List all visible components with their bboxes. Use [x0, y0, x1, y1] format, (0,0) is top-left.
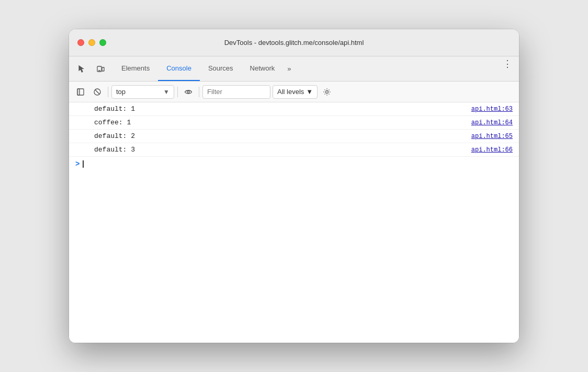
divider2: [177, 87, 178, 97]
console-prompt: >: [75, 160, 80, 168]
log-text: coffee: 1: [94, 119, 461, 126]
device-toolbar-button[interactable]: [92, 61, 109, 77]
svg-rect-1: [102, 67, 104, 71]
gear-icon: [323, 88, 331, 96]
maximize-button[interactable]: [99, 39, 106, 46]
log-level-selector[interactable]: All levels ▼: [273, 85, 318, 99]
tab-console[interactable]: Console: [158, 56, 200, 81]
clear-icon: [93, 88, 101, 96]
window-title: DevTools - devtools.glitch.me/console/ap…: [224, 39, 364, 47]
divider: [108, 87, 108, 97]
divider3: [199, 87, 199, 97]
live-expressions-button[interactable]: [181, 85, 196, 99]
console-cursor: [83, 160, 84, 168]
device-icon: [96, 65, 105, 73]
cursor-icon: [77, 65, 86, 73]
tab-elements[interactable]: Elements: [113, 56, 158, 81]
console-settings-button[interactable]: [320, 85, 334, 99]
devtools-tabs-bar: Elements Console Sources Network » ⋮: [69, 56, 519, 82]
svg-point-8: [326, 90, 329, 93]
eye-icon: [184, 88, 193, 96]
log-text: default: 2: [94, 132, 461, 140]
table-row: coffee: 1 api.html:64: [69, 116, 519, 130]
svg-line-6: [95, 90, 99, 94]
log-source-link[interactable]: api.html:65: [471, 133, 513, 140]
filter-input[interactable]: [202, 85, 270, 99]
tabs-container: Elements Console Sources Network »: [113, 56, 296, 81]
show-drawer-button[interactable]: [73, 85, 88, 99]
devtools-window: DevTools - devtools.glitch.me/console/ap…: [69, 29, 519, 343]
minimize-button[interactable]: [88, 39, 95, 46]
log-text: default: 1: [94, 105, 461, 113]
context-selector[interactable]: top ▼: [111, 85, 174, 99]
svg-point-7: [187, 91, 189, 93]
svg-rect-4: [77, 89, 80, 95]
console-input-row[interactable]: >: [69, 157, 519, 171]
console-output: default: 1 api.html:63 coffee: 1 api.htm…: [69, 102, 519, 343]
table-row: default: 3 api.html:66: [69, 143, 519, 157]
toolbar-icons: [73, 56, 109, 81]
devtools-menu-button[interactable]: ⋮: [500, 56, 515, 71]
table-row: default: 1 api.html:63: [69, 102, 519, 116]
console-toolbar: top ▼ All levels ▼: [69, 82, 519, 102]
table-row: default: 2 api.html:65: [69, 130, 519, 143]
log-source-link[interactable]: api.html:63: [471, 106, 513, 113]
sidebar-icon: [76, 88, 85, 96]
inspect-element-button[interactable]: [73, 61, 90, 77]
log-text: default: 3: [94, 146, 461, 154]
log-source-link[interactable]: api.html:66: [471, 146, 513, 154]
close-button[interactable]: [77, 39, 84, 46]
title-bar: DevTools - devtools.glitch.me/console/ap…: [69, 29, 519, 56]
tab-more[interactable]: »: [283, 56, 295, 81]
tab-network[interactable]: Network: [242, 56, 284, 81]
log-source-link[interactable]: api.html:64: [471, 119, 513, 126]
traffic-lights: [77, 39, 106, 46]
devtools-body: top ▼ All levels ▼: [69, 82, 519, 343]
clear-console-button[interactable]: [90, 85, 105, 99]
tab-sources[interactable]: Sources: [200, 56, 242, 81]
